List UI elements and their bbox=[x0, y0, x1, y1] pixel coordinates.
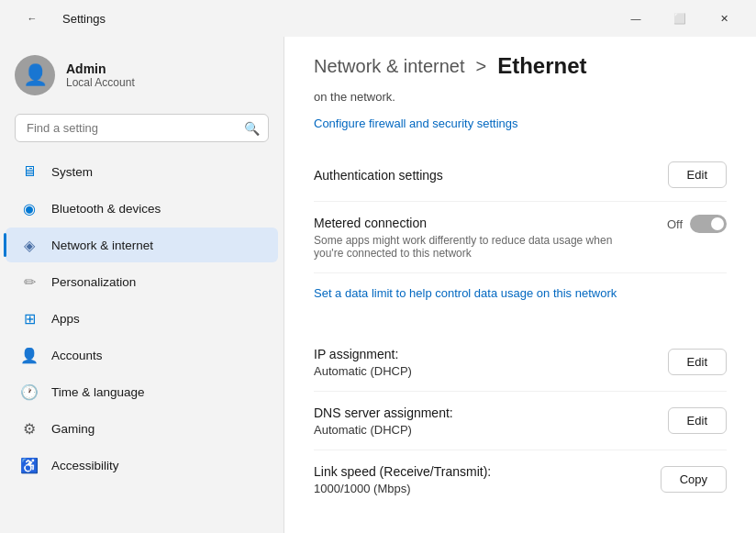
authentication-label: Authentication settings bbox=[314, 167, 443, 183]
nav-item-personalization[interactable]: ✏ Personalization bbox=[6, 264, 278, 299]
nav-item-network[interactable]: ◈ Network & internet bbox=[6, 228, 278, 262]
title-bar: ← Settings — ⬜ ✕ bbox=[0, 0, 756, 37]
nav-item-system[interactable]: 🖥 System bbox=[6, 154, 278, 189]
nav-label-bluetooth: Bluetooth & devices bbox=[51, 202, 161, 216]
avatar-icon: 👤 bbox=[23, 63, 48, 87]
time-icon: 🕐 bbox=[20, 383, 39, 401]
link-speed-copy-button[interactable]: Copy bbox=[661, 466, 727, 493]
ip-assignment-label: IP assignment: bbox=[314, 347, 398, 361]
nav-label-accessibility: Accessibility bbox=[51, 459, 119, 472]
ip-assignment-value: Automatic (DHCP) bbox=[314, 364, 412, 378]
accessibility-icon: ♿ bbox=[20, 456, 39, 474]
user-info: Admin Local Account bbox=[66, 61, 135, 89]
dns-server-edit-button[interactable]: Edit bbox=[668, 407, 727, 434]
nav-item-accessibility[interactable]: ♿ Accessibility bbox=[6, 448, 278, 483]
metered-info: Metered connection Some apps might work … bbox=[314, 215, 626, 260]
dns-server-label: DNS server assignment: bbox=[314, 405, 453, 420]
nav-label-accounts: Accounts bbox=[51, 349, 103, 362]
nav-label-system: System bbox=[51, 165, 93, 179]
breadcrumb-current: Ethernet bbox=[497, 53, 586, 79]
firewall-link[interactable]: Configure firewall and security settings bbox=[314, 117, 518, 130]
user-account: Local Account bbox=[66, 76, 135, 89]
link-speed-label: Link speed (Receive/Transmit): bbox=[314, 464, 491, 479]
page-header: Network & internet > Ethernet bbox=[284, 37, 756, 90]
maximize-button[interactable]: ⬜ bbox=[659, 4, 701, 33]
search-box: 🔍 bbox=[15, 114, 269, 142]
dns-server-value: Automatic (DHCP) bbox=[314, 423, 453, 437]
ip-assignment-row: IP assignment: Automatic (DHCP) Edit bbox=[314, 333, 727, 392]
window-controls: — ⬜ ✕ bbox=[615, 4, 745, 33]
search-input[interactable] bbox=[15, 114, 269, 142]
nav-label-gaming: Gaming bbox=[51, 422, 94, 436]
avatar: 👤 bbox=[15, 55, 55, 95]
metered-toggle-group: Off bbox=[667, 215, 727, 233]
link-speed-row: Link speed (Receive/Transmit): 1000/1000… bbox=[314, 450, 727, 508]
nav-item-time[interactable]: 🕐 Time & language bbox=[6, 374, 278, 409]
bluetooth-icon: ◉ bbox=[20, 199, 39, 217]
system-icon: 🖥 bbox=[20, 162, 39, 181]
data-limit-link[interactable]: Set a data limit to help control data us… bbox=[314, 286, 617, 300]
metered-toggle[interactable] bbox=[690, 215, 727, 233]
authentication-edit-button[interactable]: Edit bbox=[668, 161, 727, 188]
breadcrumb-separator: > bbox=[476, 56, 487, 77]
app-title: Settings bbox=[62, 12, 106, 26]
accounts-icon: 👤 bbox=[20, 346, 39, 364]
back-button[interactable]: ← bbox=[11, 4, 53, 33]
apps-icon: ⊞ bbox=[20, 309, 39, 328]
personalization-icon: ✏ bbox=[20, 272, 39, 291]
user-section: 👤 Admin Local Account bbox=[0, 44, 284, 110]
link-speed-value: 1000/1000 (Mbps) bbox=[314, 482, 491, 495]
nav-label-time: Time & language bbox=[51, 385, 145, 399]
nav-label-personalization: Personalization bbox=[51, 275, 136, 289]
nav-label-apps: Apps bbox=[51, 312, 80, 326]
main-content: Network & internet > Ethernet on the net… bbox=[284, 37, 756, 533]
breadcrumb-parent: Network & internet bbox=[314, 56, 465, 77]
sidebar: 👤 Admin Local Account 🔍 🖥 System ◉ Bluet… bbox=[0, 37, 284, 533]
metered-toggle-label: Off bbox=[667, 217, 683, 231]
metered-connection-row: Metered connection Some apps might work … bbox=[314, 202, 727, 273]
network-icon: ◈ bbox=[20, 236, 39, 254]
nav-item-apps[interactable]: ⊞ Apps bbox=[6, 301, 278, 336]
note-text: on the network. bbox=[314, 90, 727, 104]
metered-sublabel: Some apps might work differently to redu… bbox=[314, 234, 626, 260]
gaming-icon: ⚙ bbox=[20, 419, 39, 438]
authentication-label-text: Authentication settings bbox=[314, 168, 443, 183]
link-speed-info: Link speed (Receive/Transmit): 1000/1000… bbox=[314, 463, 491, 495]
content-area: on the network. Configure firewall and s… bbox=[284, 90, 756, 533]
dns-server-row: DNS server assignment: Automatic (DHCP) … bbox=[314, 392, 727, 450]
authentication-row: Authentication settings Edit bbox=[314, 149, 727, 202]
data-limit-section: Set a data limit to help control data us… bbox=[314, 273, 727, 333]
ip-assignment-edit-button[interactable]: Edit bbox=[668, 349, 727, 375]
metered-label: Metered connection bbox=[314, 216, 427, 230]
app-body: 👤 Admin Local Account 🔍 🖥 System ◉ Bluet… bbox=[0, 37, 756, 533]
nav-item-bluetooth[interactable]: ◉ Bluetooth & devices bbox=[6, 191, 278, 226]
nav-label-network: Network & internet bbox=[51, 239, 153, 252]
minimize-button[interactable]: — bbox=[615, 4, 657, 33]
close-button[interactable]: ✕ bbox=[703, 4, 745, 33]
user-name: Admin bbox=[66, 61, 135, 76]
dns-server-info: DNS server assignment: Automatic (DHCP) bbox=[314, 405, 453, 437]
nav-item-accounts[interactable]: 👤 Accounts bbox=[6, 338, 278, 372]
nav-item-gaming[interactable]: ⚙ Gaming bbox=[6, 411, 278, 446]
ip-assignment-info: IP assignment: Automatic (DHCP) bbox=[314, 346, 412, 378]
